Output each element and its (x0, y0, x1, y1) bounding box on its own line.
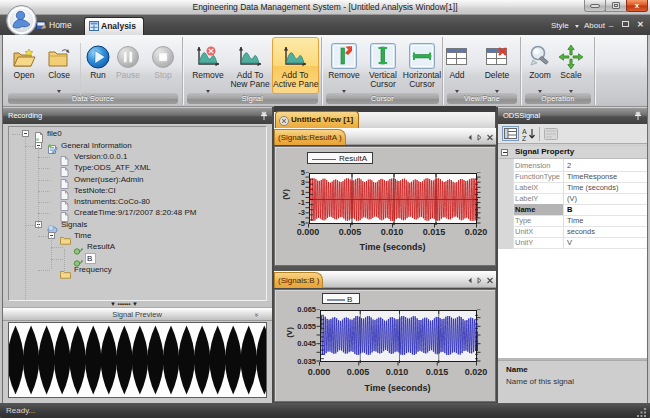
svg-text:A: A (522, 128, 527, 135)
svg-text:Z: Z (522, 135, 527, 142)
